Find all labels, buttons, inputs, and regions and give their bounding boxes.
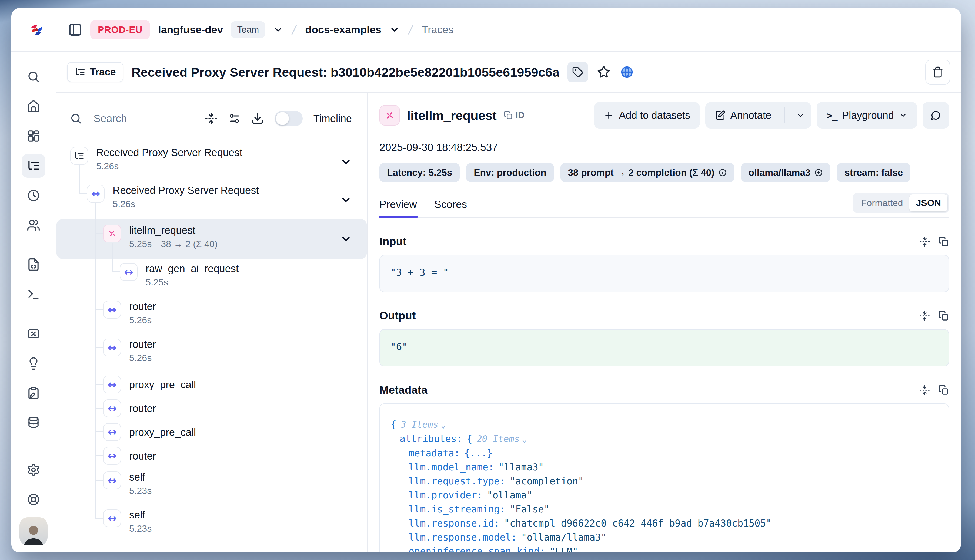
tracing-icon[interactable]: [22, 154, 45, 178]
stream-badge: stream: false: [837, 163, 910, 182]
public-globe-icon[interactable]: [619, 65, 634, 80]
project-name[interactable]: docs-examples: [305, 24, 381, 36]
span-node-icon: ↔: [103, 423, 121, 441]
playground-terminal-icon[interactable]: [22, 282, 45, 306]
view-formatted-option[interactable]: Formatted: [855, 194, 909, 212]
users-icon[interactable]: [22, 213, 45, 237]
chevron-down-icon[interactable]: [340, 194, 352, 206]
project-switcher-chevron-icon[interactable]: [390, 25, 400, 35]
tree-node[interactable]: ↔ Received Proxy Server Request 5.26s: [56, 181, 367, 219]
json-line[interactable]: {3 Items⌄: [391, 417, 938, 432]
search-icon[interactable]: [22, 65, 45, 88]
filter-sliders-icon[interactable]: [228, 112, 241, 125]
copy-id-button[interactable]: ID: [504, 110, 525, 120]
sessions-clock-icon[interactable]: [22, 183, 45, 207]
timeline-toggle[interactable]: [274, 111, 303, 127]
org-name[interactable]: langfuse-dev: [158, 24, 223, 36]
org-switcher-chevron-icon[interactable]: [273, 25, 283, 35]
view-json-option[interactable]: JSON: [909, 194, 947, 212]
add-to-datasets-button[interactable]: Add to datasets: [594, 102, 700, 128]
download-icon[interactable]: [251, 112, 264, 125]
annotate-dropdown-chevron-icon[interactable]: [789, 102, 811, 128]
breadcrumb-section[interactable]: Traces: [422, 24, 454, 36]
delete-trace-button[interactable]: [925, 60, 950, 85]
trace-tree-panel: Timeline: [56, 93, 368, 552]
collapse-all-icon[interactable]: [205, 112, 217, 125]
collapse-section-icon[interactable]: [919, 385, 930, 395]
chevron-down-icon[interactable]: [340, 233, 352, 245]
annotate-button[interactable]: Annotate: [705, 102, 779, 128]
settings-gear-icon[interactable]: [22, 458, 45, 482]
span-node-icon: ↔: [103, 376, 121, 393]
json-line[interactable]: metadata:{...}: [391, 446, 938, 460]
observation-detail-panel: litellm_request ID Add to datasets: [368, 93, 961, 552]
collapse-section-icon[interactable]: [919, 310, 930, 321]
tree-node[interactable]: ↔ proxy_pre_call: [56, 373, 367, 397]
bookmark-star-icon[interactable]: [596, 65, 611, 80]
metadata-json-viewer[interactable]: {3 Items⌄ attributes:{20 Items⌄ metadata…: [380, 403, 949, 552]
observation-title: litellm_request: [407, 108, 497, 123]
tag-icon[interactable]: [567, 62, 588, 82]
datasets-database-icon[interactable]: [22, 411, 45, 435]
tree-node[interactable]: ↔ raw_gen_ai_request 5.25s: [56, 259, 367, 297]
tree-node[interactable]: ↔ router: [56, 397, 367, 420]
plus-circle-icon: [814, 168, 823, 177]
timeline-toggle-label: Timeline: [313, 113, 352, 125]
tab-preview[interactable]: Preview: [380, 198, 417, 217]
annotation-queues-icon[interactable]: [22, 381, 45, 405]
detail-scroll-area[interactable]: Input "3 + 3 = " Output: [380, 218, 949, 552]
suggestions-lightbulb-icon[interactable]: [22, 352, 45, 375]
tree-node[interactable]: ↔ self 5.23s: [56, 468, 367, 505]
latency-badge: Latency: 5.25s: [380, 163, 460, 182]
span-node-icon: ↔: [103, 509, 121, 527]
tree-node[interactable]: ↔ self 5.23s: [56, 505, 367, 543]
generation-icon: [380, 105, 400, 125]
output-content: "6": [380, 329, 949, 367]
dashboard-icon[interactable]: [22, 124, 45, 148]
scores-percent-icon[interactable]: [22, 322, 45, 346]
copy-icon[interactable]: [938, 310, 949, 321]
collapse-caret-icon: ⌄: [522, 433, 527, 444]
copy-icon: [504, 111, 513, 120]
span-node-icon: ↔: [103, 301, 121, 318]
breadcrumb-separator: /: [406, 22, 415, 37]
tree-node[interactable]: ↔ router 5.26s: [56, 335, 367, 373]
plus-icon: [604, 110, 614, 120]
copy-icon[interactable]: [938, 236, 949, 247]
org-type-badge: Team: [231, 21, 265, 38]
model-badge[interactable]: ollama/llama3: [741, 163, 831, 182]
playground-button[interactable]: >_ Playground: [817, 102, 917, 128]
span-node-icon: ↔: [103, 399, 121, 417]
tree-node[interactable]: ↔ proxy_pre_call: [56, 420, 367, 444]
support-lifebuoy-icon[interactable]: [22, 488, 45, 512]
comments-button[interactable]: [923, 102, 949, 128]
node-duration: 5.26s: [129, 353, 152, 363]
top-nav: PROD-EU langfuse-dev Team / docs-example…: [11, 8, 961, 52]
tab-scores[interactable]: Scores: [434, 198, 467, 217]
chevron-down-icon: [899, 111, 907, 120]
environment-badge: PROD-EU: [90, 20, 150, 39]
generation-node-icon: [103, 225, 121, 242]
trace-type-pill: Trace: [67, 62, 124, 82]
search-input[interactable]: [93, 112, 194, 125]
tree-node[interactable]: ↔ router 5.26s: [56, 297, 367, 335]
json-line: llm.model_name:"llama3": [391, 460, 938, 474]
list-tree-icon: [75, 67, 85, 77]
tree-node-selected[interactable]: litellm_request 5.25s 38 → 2 (Σ 40): [56, 219, 367, 259]
user-avatar[interactable]: [20, 517, 48, 545]
collapse-section-icon[interactable]: [919, 236, 930, 247]
detail-tabs: Preview Scores Formatted JSON: [380, 193, 949, 218]
chevron-down-icon[interactable]: [340, 156, 352, 168]
token-usage-badge[interactable]: 38 prompt → 2 completion (Σ 40): [560, 163, 734, 182]
json-line: llm.response.id:"chatcmpl-d96622c0-c642-…: [391, 516, 938, 530]
tree-node[interactable]: Received Proxy Server Request 5.26s: [56, 143, 367, 181]
home-icon[interactable]: [22, 95, 45, 118]
node-duration: 5.26s: [129, 315, 152, 325]
sidebar-toggle-icon[interactable]: [68, 23, 82, 37]
trace-title: Received Proxy Server Request: b3010b422…: [132, 65, 559, 80]
json-line: llm.response.model:"ollama/llama3": [391, 530, 938, 544]
json-line[interactable]: attributes:{20 Items⌄: [391, 432, 938, 446]
tree-node[interactable]: ↔ router: [56, 444, 367, 468]
prompts-file-icon[interactable]: [22, 253, 45, 277]
copy-icon[interactable]: [938, 385, 949, 395]
